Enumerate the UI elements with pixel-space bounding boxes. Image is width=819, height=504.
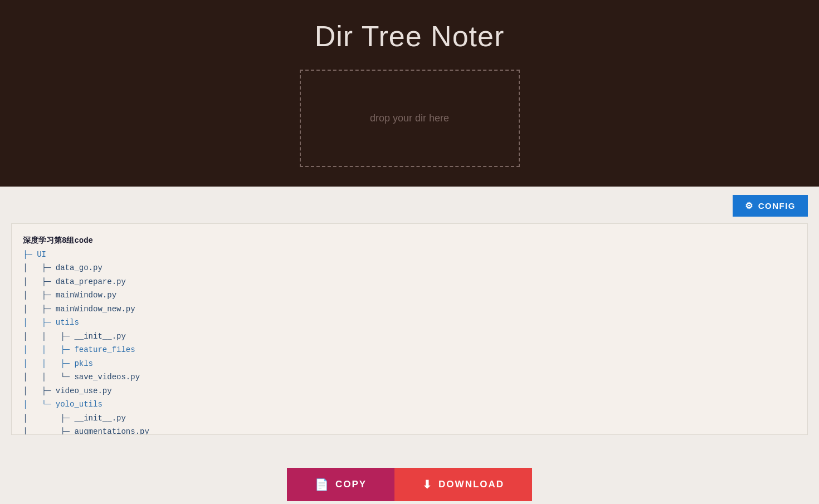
drop-zone[interactable]: drop your dir here [300,70,520,167]
tree-line: │ │ ├─ feature_files [23,343,796,357]
download-button-label: DOWNLOAD [438,479,504,490]
copy-button-label: COPY [335,479,367,490]
tree-line: │ ├─ data_prepare.py [23,275,796,289]
tree-container[interactable]: 深度学习第8组code├─ UI│ ├─ data_go.py│ ├─ data… [11,223,808,435]
tree-line: │ ├─ data_go.py [23,261,796,275]
download-button[interactable]: ⬇ DOWNLOAD [394,468,532,501]
config-button-label: CONFIG [758,201,796,211]
tree-line: │ ├─ __init__.py [23,412,796,425]
tree-line: │ │ ├─ __init__.py [23,330,796,344]
copy-file-icon: 📄 [315,478,330,491]
tree-line: │ ├─ mainWindow.py [23,288,796,302]
tree-line: │ ├─ utils [23,316,796,330]
tree-line: │ ├─ video_use.py [23,384,796,398]
drop-zone-text: drop your dir here [370,112,449,124]
config-button[interactable]: ⚙ CONFIG [733,195,808,217]
tree-line: 深度学习第8组code [23,234,796,248]
tree-line: │ ├─ mainWindow_new.py [23,302,796,316]
copy-button[interactable]: 📄 COPY [287,468,394,501]
app-title: Dir Tree Noter [315,19,505,53]
tree-line: ├─ UI [23,248,796,262]
gear-icon: ⚙ [745,200,754,211]
download-icon: ⬇ [422,478,433,491]
bottom-buttons: 📄 COPY ⬇ DOWNLOAD [0,465,819,504]
tree-line: │ ├─ augmentations.py [23,425,796,435]
tree-line: │ │ ├─ pkls [23,357,796,371]
header: Dir Tree Noter drop your dir here [0,0,819,187]
tree-line: │ └─ yolo_utils [23,398,796,412]
tree-line: │ │ └─ save_videos.py [23,370,796,384]
body-area: ⚙ CONFIG 深度学习第8组code├─ UI│ ├─ data_go.py… [0,187,819,504]
